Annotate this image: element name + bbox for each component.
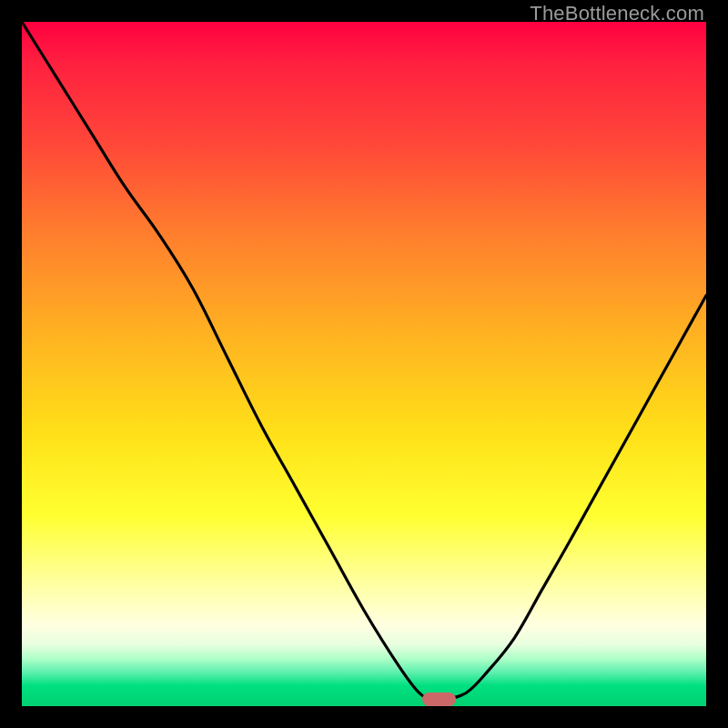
chart-container: TheBottleneck.com [0,0,728,728]
curve-svg [22,22,706,706]
bottleneck-curve [22,22,706,700]
optimal-marker [422,693,457,706]
plot-area [22,22,706,706]
watermark-text: TheBottleneck.com [530,2,704,25]
